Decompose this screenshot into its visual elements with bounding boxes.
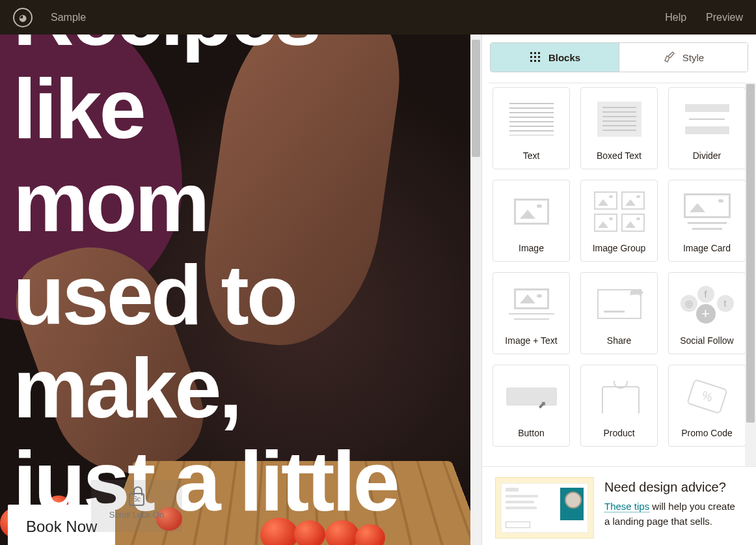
- tab-style[interactable]: Style: [619, 43, 748, 72]
- blocks-grid-icon: [529, 51, 542, 64]
- block-product[interactable]: Product: [580, 365, 658, 447]
- project-name-link[interactable]: Sample: [51, 12, 86, 23]
- block-divider[interactable]: Divider: [668, 87, 746, 169]
- advice-title: Need design advice?: [604, 477, 741, 497]
- panel-tabs: Blocks Style: [490, 42, 748, 72]
- block-image-text[interactable]: Image + Text: [493, 272, 570, 354]
- svg-rect-6: [530, 60, 532, 62]
- promo-code-icon: %: [686, 379, 728, 415]
- hero-headline[interactable]: Recipes like mom used to make, just a li…: [13, 35, 470, 545]
- tab-style-label: Style: [682, 52, 704, 63]
- block-image[interactable]: Image: [493, 180, 570, 262]
- block-image-card[interactable]: Image Card: [668, 180, 746, 262]
- lock-icon: Sc: [129, 493, 144, 506]
- svg-rect-1: [534, 52, 536, 54]
- svg-rect-7: [534, 60, 536, 62]
- advice-thumbnail: [495, 477, 594, 538]
- hero-line-3: used to: [13, 249, 470, 342]
- hero-line-1: Recipes like: [13, 35, 470, 156]
- svg-rect-0: [530, 52, 532, 54]
- tab-blocks[interactable]: Blocks: [491, 43, 619, 72]
- help-link[interactable]: Help: [665, 12, 686, 23]
- advice-tips-link[interactable]: These tips: [604, 501, 649, 512]
- svg-rect-5: [538, 56, 540, 58]
- mailchimp-logo-icon[interactable]: ◕: [13, 8, 33, 27]
- side-panel: Blocks Style Text Boxed Text: [481, 35, 756, 545]
- svg-rect-3: [530, 56, 532, 58]
- image-icon: [514, 199, 549, 225]
- block-share[interactable]: Share: [580, 272, 658, 354]
- boxed-text-icon: [597, 102, 641, 137]
- canvas-scrollbar[interactable]: [470, 35, 481, 545]
- button-icon: [506, 387, 557, 406]
- divider-icon: [685, 104, 729, 134]
- svg-rect-4: [534, 56, 536, 58]
- design-advice-card: Need design advice? These tips will help…: [482, 466, 756, 545]
- social-follow-icon: f ◎ t +: [682, 286, 733, 322]
- svg-rect-2: [538, 52, 540, 54]
- block-social-follow[interactable]: f ◎ t + Social Follow: [668, 272, 746, 354]
- advice-body: These tips will help you create a landin…: [604, 499, 741, 529]
- paintbrush-icon: [663, 51, 676, 64]
- scroll-lock-indicator: Sc Scroll Lock On: [91, 480, 182, 532]
- svg-rect-8: [538, 60, 540, 62]
- preview-link[interactable]: Preview: [706, 12, 743, 23]
- canvas-scrollbar-thumb[interactable]: [472, 40, 480, 157]
- canvas-area[interactable]: Recipes like mom used to make, just a li…: [0, 35, 481, 545]
- block-button[interactable]: Button: [493, 365, 570, 447]
- panel-scrollbar-thumb[interactable]: [746, 84, 755, 423]
- panel-scrollbar[interactable]: [745, 83, 756, 466]
- hero-line-2: mom: [13, 156, 470, 249]
- image-group-icon: [594, 191, 645, 232]
- hero-line-4: make,: [13, 342, 470, 435]
- tab-blocks-label: Blocks: [548, 52, 580, 63]
- scroll-lock-label: Scroll Lock On: [109, 510, 165, 520]
- block-boxed-text[interactable]: Boxed Text: [580, 87, 658, 169]
- image-text-icon: [509, 288, 554, 320]
- product-icon: [602, 381, 637, 412]
- page-preview[interactable]: Recipes like mom used to make, just a li…: [0, 35, 470, 545]
- block-promo-code[interactable]: % Promo Code: [668, 365, 746, 447]
- blocks-grid: Text Boxed Text Divider Image Image Grou: [489, 83, 749, 457]
- topbar: ◕ Sample Help Preview: [0, 0, 756, 35]
- text-icon: [509, 103, 554, 135]
- image-card-icon: [684, 193, 731, 230]
- share-icon: [597, 289, 641, 319]
- block-text[interactable]: Text: [493, 87, 570, 169]
- block-image-group[interactable]: Image Group: [580, 180, 658, 262]
